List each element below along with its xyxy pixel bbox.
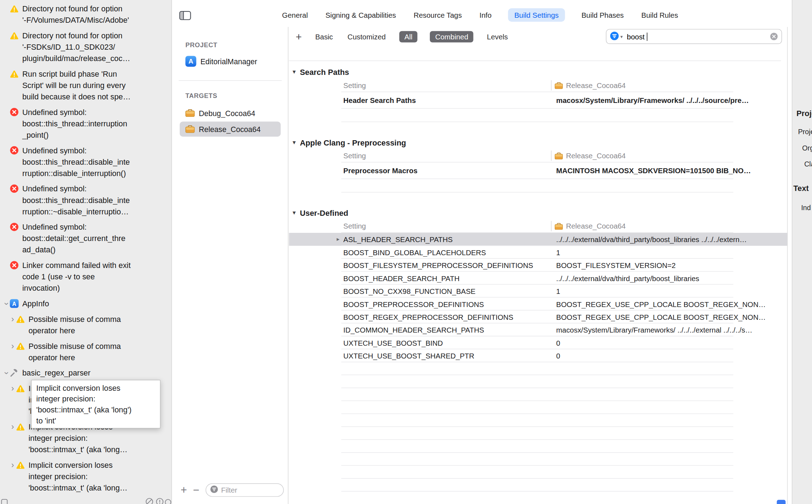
setting-value[interactable]: BOOST_REGEX_USE_CPP_LOCALE BOOST_REGEX_N…	[556, 313, 787, 321]
setting-value[interactable]: MACINTOSH MACOSX_SDKVERSION=101500 BIB_N…	[556, 166, 787, 175]
search-text[interactable]: boost	[627, 32, 645, 40]
setting-row[interactable]: Header Search Paths macosx/System/Librar…	[289, 92, 787, 109]
issue-item[interactable]: Directory not found for option '-FSDKs/I…	[0, 28, 172, 66]
target-row[interactable]: Debug_Cocoa64	[180, 105, 281, 120]
add-target-button[interactable]: +	[178, 483, 190, 497]
setting-value[interactable]: ../../../external/dva/third_party/boost_…	[556, 274, 787, 282]
warning-icon	[16, 384, 25, 393]
disclosure-triangle-icon[interactable]: ▸	[337, 236, 340, 243]
section-chevron-icon[interactable]: ▾	[293, 68, 296, 75]
view-segments: CombinedLevels	[430, 31, 509, 42]
toggle-sidebar-icon[interactable]	[179, 11, 191, 20]
show-warnings-icon[interactable]	[156, 498, 164, 504]
setting-row[interactable]: Preprocessor Macros MACINTOSH MACOSX_SDK…	[289, 163, 787, 179]
clear-search-icon[interactable]	[770, 33, 778, 40]
setting-value[interactable]: ../../../external/dva/third_party/boost_…	[556, 235, 787, 243]
issue-item[interactable]: Undefined symbol: boost::this_thread::di…	[0, 181, 172, 219]
setting-row[interactable]: BOOST_NO_CXX98_FUNCTION_BASE 1	[289, 285, 787, 297]
section-title: Search Paths	[300, 67, 349, 76]
issue-item[interactable]: Possible misuse of comma operator here	[0, 312, 172, 339]
setting-value[interactable]: 1	[556, 287, 787, 295]
target-column-header: Release_Cocoa64	[551, 150, 626, 161]
filter-bar-left-icon[interactable]	[1, 498, 8, 504]
setting-row[interactable]: ▸ ASL_HEADER_SEARCH_PATHS ../../../exter…	[289, 233, 787, 246]
scope-segment[interactable]: Customized	[346, 31, 387, 42]
editor-tab[interactable]: Info	[478, 8, 493, 22]
section-header[interactable]: ▾ Apple Clang - Preprocessing	[289, 136, 787, 149]
disclosure-chevron-icon[interactable]	[9, 460, 16, 471]
section-header[interactable]: ▾ Search Paths	[289, 65, 787, 79]
editor-tab[interactable]: Build Settings	[508, 8, 565, 22]
disclosure-chevron-icon[interactable]	[3, 3, 10, 15]
disclosure-chevron-icon[interactable]	[3, 183, 10, 195]
issue-item[interactable]: Undefined symbol: boost::this_thread::in…	[0, 104, 172, 143]
setting-row[interactable]: BOOST_PREPROCESSOR_DEFINITIONS BOOST_REG…	[289, 297, 787, 310]
target-list: Debug_Cocoa64 Release_Cocoa64	[172, 105, 288, 136]
setting-value[interactable]: 1	[556, 248, 787, 256]
disclosure-chevron-icon[interactable]	[3, 68, 10, 80]
setting-rows: ▸ ASL_HEADER_SEARCH_PATHS ../../../exter…	[289, 233, 787, 362]
issue-item[interactable]: Run script build phase 'Run Script' will…	[0, 66, 172, 105]
disclosure-chevron-icon[interactable]	[3, 106, 10, 118]
search-filter-chevron-icon[interactable]: ▾	[621, 34, 623, 39]
issue-item[interactable]: A AppInfo	[0, 296, 172, 312]
setting-value[interactable]: macosx/System/Library/Frameworks/ ../../…	[556, 96, 787, 104]
issue-text: Undefined symbol: boost::detail::get_cur…	[22, 221, 126, 256]
setting-row[interactable]: ID_COMMON_HEADER_SEARCH_PATHS macosx/Sys…	[289, 323, 787, 336]
setting-row[interactable]: UXTECH_USE_BOOST_BIND 0	[289, 336, 787, 349]
panel-bottom-bar: + − Filter	[172, 482, 288, 498]
setting-value[interactable]: 0	[556, 339, 787, 347]
disclosure-chevron-icon[interactable]	[1, 300, 12, 307]
target-row[interactable]: Release_Cocoa64	[180, 122, 281, 137]
setting-row[interactable]: BOOST_FILESYSTEM_PREPROCESSOR_DEFINITION…	[289, 259, 787, 272]
disclosure-chevron-icon[interactable]	[9, 340, 16, 352]
issue-item[interactable]: Directory not found for option '-F/Volum…	[0, 1, 172, 28]
setting-value[interactable]: BOOST_REGEX_USE_CPP_LOCALE BOOST_REGEX_N…	[556, 300, 787, 308]
setting-row[interactable]: UXTECH_USE_BOOST_SHARED_PTR 0	[289, 349, 787, 362]
issue-item[interactable]: basic_regex_parser	[0, 365, 172, 381]
disclosure-chevron-icon[interactable]	[3, 221, 10, 233]
target-filter-field[interactable]: Filter	[206, 483, 284, 497]
section-header[interactable]: ▾ User-Defined	[289, 206, 787, 219]
disclosure-chevron-icon[interactable]	[3, 260, 10, 271]
disclosure-chevron-icon[interactable]	[9, 421, 16, 433]
setting-row[interactable]: BOOST_REGEX_PREPROCESSOR_DEFINITIONS BOO…	[289, 311, 787, 323]
setting-value[interactable]: BOOST_FILESYSTEM_VERSION=2	[556, 261, 787, 269]
issue-item[interactable]: Implicit conversion loses integer precis…	[0, 458, 172, 496]
issue-item[interactable]: Linker command failed with exit code 1 (…	[0, 258, 172, 296]
setting-row[interactable]: BOOST_HEADER_SEARCH_PATH ../../../extern…	[289, 272, 787, 284]
disclosure-chevron-icon[interactable]	[3, 145, 10, 156]
search-field[interactable]: ▾ boost	[606, 29, 782, 44]
disclosure-chevron-icon[interactable]	[9, 383, 16, 394]
project-row[interactable]: A EditorialManager	[185, 56, 288, 67]
scope-segment[interactable]: All	[399, 31, 418, 42]
issue-item[interactable]: Possible misuse of comma operator here	[0, 338, 172, 365]
disclosure-chevron-icon[interactable]	[9, 313, 16, 325]
search-filter-token-icon[interactable]	[610, 31, 619, 42]
setting-row[interactable]: BOOST_BIND_GLOBAL_PLACEHOLDERS 1	[289, 246, 787, 259]
settings-content: ▾ Search Paths Setting Release_Cocoa64	[289, 61, 787, 492]
editor-inspector-gutter	[788, 0, 792, 504]
issue-item[interactable]: Undefined symbol: boost::detail::get_cur…	[0, 219, 172, 258]
section-chevron-icon[interactable]: ▾	[293, 209, 296, 216]
editor-tab[interactable]: Signing & Capabilities	[324, 8, 397, 22]
disclosure-chevron-icon[interactable]	[3, 30, 10, 42]
editor-tab[interactable]: Build Phases	[580, 8, 625, 22]
remove-target-button[interactable]: −	[190, 483, 202, 497]
add-setting-button[interactable]: +	[296, 31, 302, 43]
view-segment[interactable]: Levels	[486, 31, 509, 42]
editor-tab[interactable]: Resource Tags	[412, 8, 463, 22]
show-errors-only-icon[interactable]	[146, 498, 153, 504]
section-chevron-icon[interactable]: ▾	[293, 139, 296, 146]
issue-text: Possible misuse of comma operator here	[28, 340, 121, 363]
editor-tab[interactable]: Build Rules	[640, 8, 679, 22]
issue-item[interactable]: Undefined symbol: boost::this_thread::di…	[0, 143, 172, 181]
view-segment[interactable]: Combined	[430, 31, 473, 42]
issue-text: Implicit conversion loses integer precis…	[28, 460, 128, 494]
scope-segment[interactable]: Basic	[314, 31, 334, 42]
setting-value[interactable]: macosx/System/Library/Frameworks/ ../../…	[556, 326, 787, 334]
disclosure-chevron-icon[interactable]	[1, 370, 12, 377]
setting-value[interactable]: 0	[556, 352, 787, 360]
filter-bar-extra-icon[interactable]	[165, 498, 172, 504]
editor-tab[interactable]: General	[281, 8, 309, 22]
